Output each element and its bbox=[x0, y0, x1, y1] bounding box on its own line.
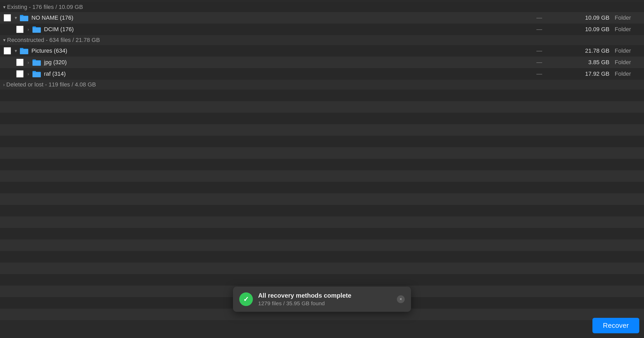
section-reconstructed-count: - 634 files / 21.78 GB bbox=[44, 37, 100, 43]
empty-row-15 bbox=[0, 251, 644, 263]
empty-row-13 bbox=[0, 228, 644, 239]
empty-row-16 bbox=[0, 263, 644, 274]
folder-raf-icon bbox=[32, 70, 41, 78]
file-date-jpg: — bbox=[513, 59, 565, 66]
empty-row-8 bbox=[0, 170, 644, 182]
empty-row-11 bbox=[0, 205, 644, 216]
chevron-reconstructed-icon: ▾ bbox=[3, 37, 5, 43]
file-type-jpg: Folder bbox=[613, 59, 644, 66]
section-existing[interactable]: ▾ Existing - 176 files / 10.09 GB bbox=[0, 2, 644, 12]
toast-title: All recovery methods complete bbox=[258, 292, 393, 299]
file-size-jpg: 3.85 GB bbox=[565, 59, 613, 66]
file-row-no-name: ▾ NO NAME (176) — 10.09 GB Folder bbox=[0, 12, 644, 24]
file-tree: ▾ Existing - 176 files / 10.09 GB ▾ NO N… bbox=[0, 0, 644, 322]
section-reconstructed-label: Reconstructed bbox=[7, 37, 44, 43]
toast-content: All recovery methods complete 1279 files… bbox=[258, 292, 393, 307]
empty-row-2 bbox=[0, 101, 644, 113]
empty-row-6 bbox=[0, 147, 644, 159]
expand-pictures-icon[interactable]: ▾ bbox=[12, 48, 19, 54]
folder-dcim-icon bbox=[32, 25, 41, 33]
file-name-dcim: DCIM (176) bbox=[44, 26, 513, 33]
file-name-jpg: jpg (320) bbox=[44, 59, 513, 66]
file-row-dcim: › DCIM (176) — 10.09 GB Folder bbox=[0, 24, 644, 35]
checkbox-raf[interactable] bbox=[16, 70, 24, 78]
empty-row-10 bbox=[0, 193, 644, 205]
file-size-raf: 17.92 GB bbox=[565, 70, 613, 77]
section-deleted[interactable]: › Deleted or lost - 119 files / 4.08 GB bbox=[0, 80, 644, 90]
file-name-no-name: NO NAME (176) bbox=[31, 14, 513, 21]
folder-jpg-icon bbox=[32, 58, 41, 66]
file-size-pictures: 21.78 GB bbox=[565, 47, 613, 54]
section-deleted-label: Deleted or lost bbox=[6, 81, 43, 88]
section-reconstructed[interactable]: ▾ Reconstructed - 634 files / 21.78 GB bbox=[0, 35, 644, 45]
checkbox-jpg[interactable] bbox=[16, 59, 24, 66]
toast-close-button[interactable]: × bbox=[397, 295, 405, 303]
section-existing-count: - 176 files / 10.09 GB bbox=[27, 4, 83, 10]
empty-row-4 bbox=[0, 124, 644, 136]
section-existing-label: Existing bbox=[7, 4, 27, 10]
checkbox-no-name[interactable] bbox=[4, 14, 11, 21]
file-type-no-name: Folder bbox=[613, 14, 644, 21]
empty-row-9 bbox=[0, 182, 644, 193]
toast-success-icon bbox=[239, 292, 253, 306]
file-type-dcim: Folder bbox=[613, 26, 644, 33]
checkbox-pictures[interactable] bbox=[4, 47, 11, 54]
chevron-existing-icon: ▾ bbox=[3, 4, 5, 10]
empty-row-5 bbox=[0, 136, 644, 147]
file-date-pictures: — bbox=[513, 47, 565, 54]
file-size-no-name: 10.09 GB bbox=[565, 14, 613, 21]
expand-dcim-icon[interactable]: › bbox=[25, 27, 32, 32]
file-row-raf: › raf (314) — 17.92 GB Folder bbox=[0, 68, 644, 80]
empty-row-7 bbox=[0, 159, 644, 170]
file-row-pictures: ▾ Pictures (634) — 21.78 GB Folder bbox=[0, 45, 644, 57]
file-type-raf: Folder bbox=[613, 70, 644, 77]
empty-row-17 bbox=[0, 274, 644, 286]
expand-raf-icon[interactable]: › bbox=[25, 71, 32, 77]
file-row-jpg: › jpg (320) — 3.85 GB Folder bbox=[0, 57, 644, 68]
section-deleted-count: - 119 files / 4.08 GB bbox=[43, 81, 96, 88]
empty-row-14 bbox=[0, 239, 644, 251]
file-date-no-name: — bbox=[513, 14, 565, 21]
expand-no-name-icon[interactable]: ▾ bbox=[12, 15, 19, 21]
folder-pictures-icon bbox=[19, 47, 29, 55]
file-name-raf: raf (314) bbox=[44, 70, 513, 77]
file-name-pictures: Pictures (634) bbox=[31, 47, 513, 54]
toast-subtitle: 1279 files / 35.95 GB found bbox=[258, 300, 393, 307]
file-date-raf: — bbox=[513, 70, 565, 77]
empty-row-1 bbox=[0, 90, 644, 101]
empty-row-3 bbox=[0, 113, 644, 124]
recover-button[interactable]: Recover bbox=[592, 318, 639, 333]
folder-no-name-icon bbox=[19, 14, 29, 22]
toast-notification: All recovery methods complete 1279 files… bbox=[233, 287, 411, 312]
file-date-dcim: — bbox=[513, 26, 565, 33]
checkbox-dcim[interactable] bbox=[16, 26, 24, 33]
empty-row-12 bbox=[0, 216, 644, 228]
expand-jpg-icon[interactable]: › bbox=[25, 60, 32, 65]
file-type-pictures: Folder bbox=[613, 47, 644, 54]
chevron-deleted-icon: › bbox=[3, 82, 5, 88]
file-size-dcim: 10.09 GB bbox=[565, 26, 613, 33]
